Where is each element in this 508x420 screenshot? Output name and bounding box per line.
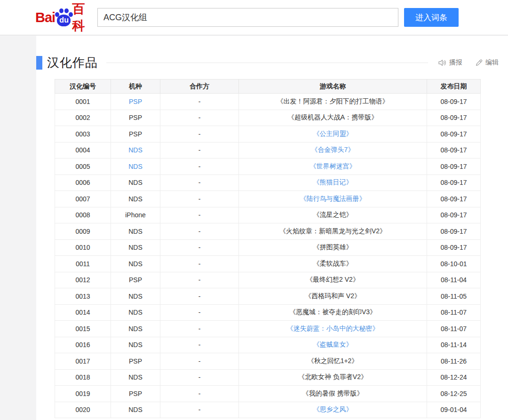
table-row: 0016NDS-《盗贼皇女》08-11-14 (55, 337, 481, 353)
cell-game-link[interactable]: 《盗贼皇女》 (313, 341, 353, 348)
cell-platform: NDS (111, 337, 160, 353)
cell-platform-link[interactable]: NDS (128, 163, 143, 170)
cell-date: 08-09-17 (427, 207, 481, 223)
cell-game[interactable]: 《迷失蔚蓝：小岛中的大秘密》 (239, 321, 427, 337)
cell-platform: NDS (111, 174, 160, 191)
cell-platform: NDS (111, 223, 160, 240)
cell-partner: - (160, 126, 239, 143)
cell-id: 0002 (55, 110, 111, 126)
cell-game[interactable]: 《思乡之风》 (239, 402, 427, 418)
cell-date: 08-09-17 (427, 223, 481, 240)
table-body: 0001PSP-《出发！阿源君：夕阳下的打工物语》08-09-170002PSP… (55, 94, 481, 418)
column-header-id: 汉化编号 (55, 79, 111, 94)
enter-entry-button[interactable]: 进入词条 (404, 8, 459, 27)
cell-game: 《西格玛和声 V2》 (239, 288, 427, 305)
cell-date: 08-09-17 (427, 126, 481, 143)
cell-id: 0004 (55, 142, 111, 158)
cell-partner: - (160, 191, 239, 207)
cell-date: 08-11-07 (427, 304, 481, 321)
cell-id: 0019 (55, 386, 111, 402)
cell-platform[interactable]: NDS (111, 158, 160, 175)
cell-game-link[interactable]: 《世界树迷宫》 (310, 162, 356, 170)
search-input[interactable] (97, 8, 398, 27)
cell-game-link[interactable]: 《熊猫日记》 (313, 178, 353, 186)
logo-text-baike: 百科 (72, 0, 95, 34)
logo-text-du: du (58, 16, 70, 24)
cell-platform: NDS (111, 256, 160, 272)
cell-id: 0015 (55, 321, 111, 337)
broadcast-label: 播报 (449, 58, 462, 67)
cell-game[interactable]: 《公主同盟》 (239, 126, 427, 143)
cell-game[interactable]: 《盗贼皇女》 (239, 337, 427, 353)
cell-platform: PSP (111, 110, 160, 126)
cell-partner: - (160, 256, 239, 272)
column-header-date: 发布日期 (427, 79, 481, 94)
table-row: 0002PSP-《超级机器人大战A：携带版》08-09-17 (55, 110, 481, 126)
cell-id: 0007 (55, 191, 111, 207)
cell-date: 08-11-14 (427, 337, 481, 353)
cell-game[interactable]: 《熊猫日记》 (239, 174, 427, 191)
cell-game: 《柔软战车》 (239, 256, 427, 272)
cell-game-link[interactable]: 《公主同盟》 (313, 130, 353, 137)
cell-game: 《北欧女神 负罪者V2》 (239, 369, 427, 386)
cell-game-link[interactable]: 《迷失蔚蓝：小岛中的大秘密》 (287, 325, 379, 332)
cell-partner: - (160, 386, 239, 402)
table-row: 0003PSP-《公主同盟》08-09-17 (55, 126, 481, 143)
cell-partner: - (160, 369, 239, 386)
table-row: 0001PSP-《出发！阿源君：夕阳下的打工物语》08-09-17 (55, 94, 481, 110)
cell-id: 0016 (55, 337, 111, 353)
baidu-paw-icon: du (56, 7, 71, 28)
cell-game[interactable]: 《合金弹头7》 (239, 142, 427, 158)
table-row: 0013NDS-《西格玛和声 V2》08-11-05 (55, 288, 481, 305)
cell-date: 08-12-24 (427, 369, 481, 386)
cell-id: 0003 (55, 126, 111, 143)
cell-platform: PSP (111, 386, 160, 402)
cell-platform: PSP (111, 272, 160, 288)
table-row: 0005NDS-《世界树迷宫》08-09-17 (55, 158, 481, 175)
cell-date: 09-01-04 (427, 402, 481, 418)
cell-game: 《出发！阿源君：夕阳下的打工物语》 (239, 94, 427, 110)
broadcast-button[interactable]: 播报 (438, 58, 462, 67)
edit-button[interactable]: 编辑 (476, 58, 499, 67)
cell-game-link[interactable]: 《思乡之风》 (313, 405, 353, 413)
table-row: 0008iPhone-《流星之铠》08-09-17 (55, 207, 481, 223)
cell-game[interactable]: 《世界树迷宫》 (239, 158, 427, 175)
cell-platform-link[interactable]: PSP (129, 98, 142, 105)
cell-game: 《火焰纹章：新暗黑龙与光之剑V2》 (239, 223, 427, 240)
cell-partner: - (160, 304, 239, 321)
cell-game-link[interactable]: 《陆行鸟与魔法画册》 (300, 195, 366, 202)
cell-partner: - (160, 158, 239, 175)
cell-date: 08-11-04 (427, 272, 481, 288)
baidu-baike-logo[interactable]: Bai du 百科 (35, 6, 95, 29)
cell-partner: - (160, 272, 239, 288)
cell-date: 08-12-25 (427, 386, 481, 402)
cell-id: 0005 (55, 158, 111, 175)
cell-id: 0012 (55, 272, 111, 288)
column-header-partner: 合作方 (160, 79, 239, 94)
cell-game: 《流星之铠》 (239, 207, 427, 223)
cell-platform[interactable]: NDS (111, 142, 160, 158)
entry-content-panel: 汉化作品 播报 编辑 (36, 36, 508, 420)
cell-date: 08-09-17 (427, 239, 481, 256)
cell-id: 0013 (55, 288, 111, 305)
cell-platform-link[interactable]: NDS (128, 146, 143, 154)
cell-partner: - (160, 174, 239, 191)
cell-game: 《恶魔城：被夺走的刻印V3》 (239, 304, 427, 321)
pencil-icon (476, 59, 483, 66)
cell-platform: NDS (111, 369, 160, 386)
cell-partner: - (160, 288, 239, 305)
cell-platform[interactable]: PSP (111, 94, 160, 110)
table-header: 汉化编号 机种 合作方 游戏名称 发布日期 (55, 79, 481, 94)
cell-partner: - (160, 321, 239, 337)
cell-game[interactable]: 《陆行鸟与魔法画册》 (239, 191, 427, 207)
table-row: 0015NDS-《迷失蔚蓝：小岛中的大秘密》08-11-07 (55, 321, 481, 337)
cell-id: 0020 (55, 402, 111, 418)
cell-partner: - (160, 110, 239, 126)
cell-game-link[interactable]: 《合金弹头7》 (311, 146, 355, 153)
cell-partner: - (160, 207, 239, 223)
cell-partner: - (160, 94, 239, 110)
cell-partner: - (160, 337, 239, 353)
cell-partner: - (160, 142, 239, 158)
cell-game: 《超级机器人大战A：携带版》 (239, 110, 427, 126)
cell-date: 08-09-17 (427, 158, 481, 175)
